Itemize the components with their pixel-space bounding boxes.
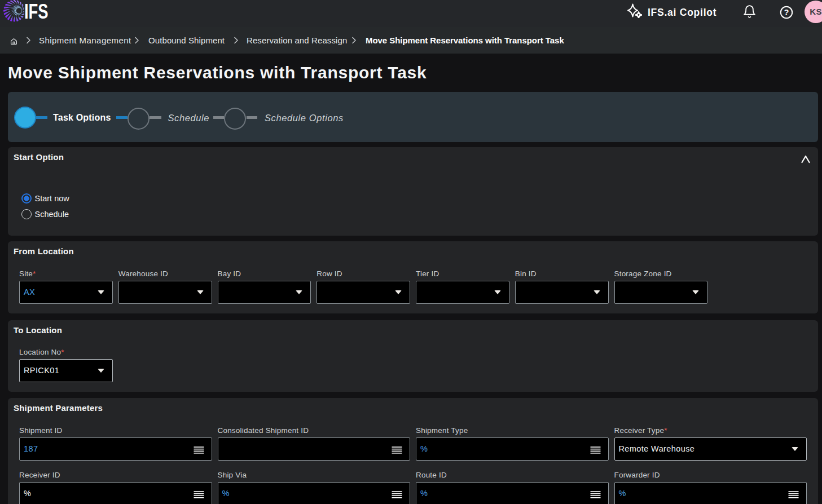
svg-text:?: ?	[784, 8, 789, 17]
